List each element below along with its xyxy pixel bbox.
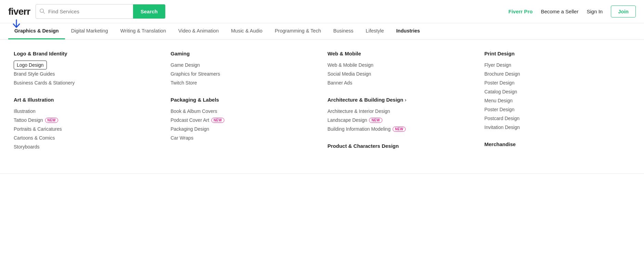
header-links: Fiverr Pro Become a Seller Sign In Join (509, 5, 636, 17)
menu-item-car-wraps[interactable]: Car Wraps (171, 133, 317, 142)
menu-section-title: Merchandise (484, 141, 630, 147)
search-icon (36, 8, 48, 15)
sign-in-link[interactable]: Sign In (587, 9, 603, 14)
new-badge: NEW (211, 118, 224, 123)
dropdown-col-1: GamingGame DesignGraphics for StreamersT… (171, 51, 317, 163)
menu-item-brand-style-guides[interactable]: Brand Style Guides (14, 69, 160, 78)
menu-item-label: Social Media Design (328, 71, 371, 77)
nav-item-programming---tech[interactable]: Programming & Tech (268, 23, 327, 39)
logo[interactable]: fiverr (8, 6, 30, 17)
menu-section-3-0: Print DesignFlyer DesignBrochure DesignP… (484, 51, 630, 132)
menu-section-2-2: Product & Characters Design (328, 143, 474, 153)
menu-item-label: Packaging Design (171, 126, 209, 132)
menu-item-menu-design[interactable]: Menu Design (484, 96, 630, 105)
menu-item-poster-design[interactable]: Poster Design (484, 78, 630, 87)
menu-section-1-0: GamingGame DesignGraphics for StreamersT… (171, 51, 317, 87)
menu-item-banner-ads[interactable]: Banner Ads (328, 78, 474, 87)
menu-item-business-cards---stationery[interactable]: Business Cards & Stationery (14, 78, 160, 87)
menu-item-label: Game Design (171, 62, 200, 68)
nav-item-video---animation[interactable]: Video & Animation (172, 23, 225, 39)
menu-item-label: Brand Style Guides (14, 71, 55, 77)
menu-item-label: Building Information Modeling (328, 126, 391, 132)
new-badge: NEW (369, 118, 382, 123)
menu-item-architecture---interior-design[interactable]: Architecture & Interior Design (328, 107, 474, 116)
menu-item-label: Architecture & Interior Design (328, 108, 390, 114)
menu-item-poster-design[interactable]: Poster Design (484, 105, 630, 114)
menu-item-portraits---caricatures[interactable]: Portraits & Caricatures (14, 125, 160, 133)
menu-item-label: Twitch Store (171, 80, 197, 86)
menu-item-label: Illustration (14, 108, 36, 114)
menu-item-label: Brochure Design (484, 71, 520, 77)
menu-item-label: Poster Design (484, 80, 514, 86)
menu-section-0-1: Art & IllustrationIllustrationTattoo Des… (14, 97, 160, 151)
menu-item-flyer-design[interactable]: Flyer Design (484, 61, 630, 69)
menu-item-storyboards[interactable]: Storyboards (14, 142, 160, 151)
nav-item-writing---translation[interactable]: Writing & Translation (114, 23, 172, 39)
menu-item-postcard-design[interactable]: Postcard Design (484, 114, 630, 123)
menu-section-2-1: Architecture & Building DesignArchitectu… (328, 97, 474, 133)
menu-section-title: Product & Characters Design (328, 143, 474, 149)
menu-item-invitation-design[interactable]: Invitation Design (484, 123, 630, 132)
menu-section-2-0: Web & MobileWeb & Mobile DesignSocial Me… (328, 51, 474, 87)
menu-item-label: Invitation Design (484, 125, 520, 130)
menu-section-title: Architecture & Building Design (328, 97, 474, 103)
nav-item-music---audio[interactable]: Music & Audio (225, 23, 268, 39)
menu-item-packaging-design[interactable]: Packaging Design (171, 125, 317, 133)
menu-item-label: Storyboards (14, 144, 39, 150)
menu-item-label: Banner Ads (328, 80, 352, 86)
search-input[interactable] (48, 5, 133, 18)
become-seller-link[interactable]: Become a Seller (541, 9, 578, 14)
menu-item-label: Tattoo Design (14, 117, 43, 123)
menu-item-landscape-design[interactable]: Landscape DesignNEW (328, 116, 474, 125)
menu-item-building-information-modeling[interactable]: Building Information ModelingNEW (328, 125, 474, 133)
menu-item-web---mobile-design[interactable]: Web & Mobile Design (328, 61, 474, 69)
menu-section-title: Web & Mobile (328, 51, 474, 56)
nav-item-business[interactable]: Business (327, 23, 360, 39)
dropdown-col-2: Web & MobileWeb & Mobile DesignSocial Me… (328, 51, 474, 163)
new-badge: NEW (393, 127, 406, 132)
menu-item-label: Podcast Cover Art (171, 117, 209, 123)
menu-item-label: Logo Design (17, 62, 44, 68)
main-nav: Graphics & DesignDigital MarketingWritin… (0, 23, 644, 40)
nav-item-graphics---design[interactable]: Graphics & Design (8, 23, 65, 39)
menu-item-cartoons---comics[interactable]: Cartoons & Comics (14, 133, 160, 142)
menu-item-logo-design[interactable]: Logo Design (14, 61, 47, 69)
menu-section-title: Logo & Brand Identity (14, 51, 160, 56)
dropdown-col-0: Logo & Brand IdentityLogo DesignBrand St… (14, 51, 160, 163)
menu-item-book---album-covers[interactable]: Book & Album Covers (171, 107, 317, 116)
logo-text: fiverr (8, 6, 30, 17)
fiverr-pro-link[interactable]: Fiverr Pro (509, 9, 533, 14)
menu-item-label: Catalog Design (484, 89, 517, 94)
menu-section-3-1: Merchandise (484, 141, 630, 151)
menu-section-title: Gaming (171, 51, 317, 56)
search-button[interactable]: Search (133, 4, 165, 18)
menu-section-1-1: Packaging & LabelsBook & Album CoversPod… (171, 97, 317, 142)
menu-item-social-media-design[interactable]: Social Media Design (328, 69, 474, 78)
menu-item-label: Book & Album Covers (171, 108, 217, 114)
menu-item-illustration[interactable]: Illustration (14, 107, 160, 116)
menu-section-0-0: Logo & Brand IdentityLogo DesignBrand St… (14, 51, 160, 87)
menu-item-catalog-design[interactable]: Catalog Design (484, 87, 630, 96)
menu-item-podcast-cover-art[interactable]: Podcast Cover ArtNEW (171, 116, 317, 125)
nav-item-lifestyle[interactable]: Lifestyle (359, 23, 390, 39)
menu-item-label: Flyer Design (484, 62, 511, 68)
menu-item-graphics-for-streamers[interactable]: Graphics for Streamers (171, 69, 317, 78)
menu-item-twitch-store[interactable]: Twitch Store (171, 78, 317, 87)
menu-item-label: Cartoons & Comics (14, 135, 55, 141)
search-bar: Search (36, 4, 166, 19)
nav-item-industries[interactable]: Industries (390, 23, 426, 39)
menu-item-brochure-design[interactable]: Brochure Design (484, 69, 630, 78)
join-button[interactable]: Join (611, 5, 636, 17)
menu-item-label: Web & Mobile Design (328, 62, 373, 68)
svg-line-1 (43, 12, 44, 13)
header: fiverr Search Fiverr Pro Become a Seller… (0, 0, 644, 23)
new-badge: NEW (45, 118, 58, 123)
menu-item-tattoo-design[interactable]: Tattoo DesignNEW (14, 116, 160, 125)
menu-item-label: Graphics for Streamers (171, 71, 220, 77)
nav-item-digital-marketing[interactable]: Digital Marketing (65, 23, 114, 39)
dropdown-col-3: Print DesignFlyer DesignBrochure DesignP… (484, 51, 630, 163)
menu-section-title: Art & Illustration (14, 97, 160, 103)
menu-item-label: Car Wraps (171, 135, 194, 141)
menu-item-label: Portraits & Caricatures (14, 126, 62, 132)
menu-item-game-design[interactable]: Game Design (171, 61, 317, 69)
